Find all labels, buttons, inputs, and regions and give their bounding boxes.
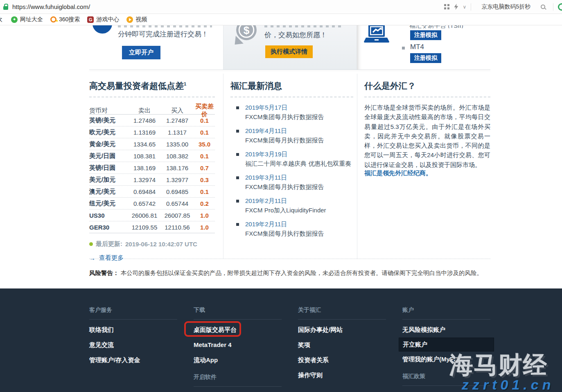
footer-col-about: 关于福汇 国际办事处/网站 奖项 投资者关系 操作守则: [298, 288, 386, 384]
risk-label: 风险警告：: [89, 270, 119, 276]
last-update-value: 2019-06-12 10:42:07 UTC: [125, 241, 197, 248]
register-demo-button[interactable]: 注册模拟: [410, 30, 441, 40]
footer-heading: 关于福汇: [298, 306, 386, 320]
toolbar-right: ∨ 京东电脑数码5折秒: [444, 3, 562, 11]
table-row: GER3012109.5512110.561.0: [89, 221, 215, 233]
news-date-link[interactable]: 2019年5月17日: [245, 104, 353, 112]
what-is-forex-section: 什么是外汇？ 外汇市场是全球货币买卖的场所。外汇市场是全球最庞大及流动性最高的市…: [364, 74, 490, 177]
laptop-chart-icon: [363, 25, 390, 44]
search-icon[interactable]: [541, 5, 545, 9]
apps-grid-icon[interactable]: [444, 4, 449, 9]
header-buy: 买入: [160, 107, 194, 115]
bookmark-video[interactable]: 视频: [126, 16, 147, 23]
table-row: 纽元/美元0.657420.657440.2: [89, 198, 215, 210]
url-text[interactable]: https://www.fuhuiglobal.com/: [12, 3, 90, 10]
news-text: FXCM Pro加入LiquidityFinder: [245, 207, 353, 214]
bookmark-label: 网址大全: [20, 16, 43, 23]
dashed-divider: [230, 97, 353, 97]
nav-site-icon: ✦: [11, 16, 18, 23]
hero-bottom-border: [89, 70, 490, 70]
content-columns: 高交易量投资者超低点差1 货币对 卖出 买入 买卖差价 英镑/美元1.27486…: [89, 74, 490, 259]
news-item: 2019年4月11日 FXCM集团每月执行数据报告: [230, 127, 353, 144]
news-text: FXCM集团每月执行数据报告: [245, 137, 353, 144]
forex-body: 外汇市场是全球货币买卖的场所。外汇市场是全球最庞大及流动性最高的市场，平均每日交…: [364, 103, 490, 169]
register-demo-button-mt4[interactable]: 注册模拟: [410, 53, 441, 63]
bookmark-label: 360搜索: [59, 16, 80, 23]
table-row: 黄金/美元1334.651335.0035.0: [89, 138, 215, 150]
spreads-title-footnote: 1: [184, 81, 186, 86]
footer-link-awards[interactable]: 奖项: [298, 341, 386, 349]
footer-link-feedback[interactable]: 意见交流: [89, 341, 177, 349]
column-divider: [357, 74, 357, 259]
news-item: 2019年5月17日 FXCM集团每月执行数据报告: [230, 104, 353, 121]
news-item: 2019年2月11日 FXCM集团每月执行数据报告: [230, 221, 353, 238]
forex-title: 什么是外汇？: [364, 80, 490, 92]
news-item: 2019年2月11日 FXCM Pro加入LiquidityFinder: [230, 197, 353, 214]
dashed-divider: [89, 97, 215, 97]
footer-link-investor-relations[interactable]: 投资者关系: [298, 356, 386, 364]
footer-link-manage-deposit[interactable]: 管理账户/存入资金: [89, 356, 177, 364]
mt4-label[interactable]: MT4: [410, 43, 424, 51]
hero-card-platforms: 福汇交易平台 (TSII) 注册模拟 MT4 注册模拟: [357, 25, 490, 70]
video-icon: [126, 16, 133, 23]
footer-link-contact[interactable]: 联络我们: [89, 326, 177, 333]
hero-card2-text: 价，交易如您所愿！: [264, 30, 327, 40]
news-date-link[interactable]: 2019年3月11日: [245, 174, 353, 182]
header-sell: 卖出: [129, 107, 160, 115]
bookmark-label: 游戏中心: [96, 16, 119, 23]
bullet-square: [236, 153, 239, 156]
execution-details-button[interactable]: 执行模式详情: [265, 45, 313, 58]
column-divider: [223, 74, 223, 259]
divider: [553, 3, 553, 11]
risk-warning: 风险警告： 本公司的服务包括以保证金买卖的产品，附带损失超过阁下存入资金的风险，…: [89, 269, 490, 277]
header-pair: 货币对: [89, 107, 129, 115]
spreads-section: 高交易量投资者超低点差1 货币对 卖出 买入 买卖差价 英镑/美元1.27486…: [89, 74, 215, 262]
bookmark-label: 视频: [135, 16, 147, 23]
view-more-label: 查看更多: [99, 254, 124, 262]
bookmark-game-center[interactable]: G 游戏中心: [87, 16, 119, 23]
profile-icon[interactable]: [558, 3, 562, 11]
bullet-square: [236, 223, 239, 226]
table-row: 澳元/美元0.694840.694850.1: [89, 186, 215, 198]
news-item: 2019年3月11日 FXCM集团每月执行数据报告: [230, 174, 353, 191]
footer-link-desktop-platform[interactable]: 桌面版交易平台: [194, 326, 282, 333]
hero-cards: 分钟即可完成注册进行交易！ 立即开户 $ 价，交易如您所愿！ 执行模式详情: [89, 25, 490, 70]
footer-col-customer-service: 客户服务 联络我们 意见交流 管理账户/存入资金: [89, 288, 177, 369]
footer-col-download: 下载 桌面版交易平台 MetaTrader 4 流动App 开启软件 网络版交易…: [194, 288, 282, 392]
search360-icon: [50, 16, 56, 23]
footer-link-mobile-app[interactable]: 流动App: [194, 356, 282, 364]
footer-heading: 下载: [194, 306, 282, 320]
footer-link-code-of-conduct[interactable]: 操作守则: [298, 372, 386, 379]
svg-text:$: $: [244, 25, 250, 36]
bullet-square: [236, 176, 239, 179]
news-item: 2019年3月19日 福汇二十周年卓越庆典 优惠礼包双重奏: [230, 151, 353, 168]
news-date-link[interactable]: 2019年4月11日: [245, 127, 353, 135]
address-bar: https://www.fuhuiglobal.com/ ∨ 京东电脑数码5折秒: [0, 0, 562, 14]
news-text: FXCM集团每月执行数据报告: [245, 113, 353, 121]
news-title: 福汇最新消息: [230, 80, 353, 92]
news-text: FXCM集团每月执行数据报告: [245, 183, 353, 191]
news-date-link[interactable]: 2019年2月11日: [245, 221, 353, 228]
forex-broker-link[interactable]: 福汇是领先外汇经纪商。: [364, 169, 490, 177]
spreads-table: 货币对 卖出 买入 买卖差价 英镑/美元1.274861.274870.1 欧元…: [89, 103, 215, 233]
header-spread: 买卖差价: [194, 103, 215, 118]
footer-link-metatrader4[interactable]: MetaTrader 4: [194, 341, 282, 349]
divider: [471, 3, 471, 11]
speed-icon[interactable]: [454, 4, 458, 10]
view-more-link[interactable]: → 查看更多: [89, 254, 215, 262]
bookmark-nav[interactable]: ✦ 网址大全: [11, 16, 43, 23]
hero-card-open-account: 分钟即可完成注册进行交易！ 立即开户: [89, 25, 223, 70]
footer-link-demo-account[interactable]: 无风险模拟账户: [402, 326, 490, 333]
table-row: 美元/加元1.329741.329770.3: [89, 174, 215, 186]
bullet-square: [402, 47, 405, 50]
bookmark-clipped[interactable]: 欢: [0, 16, 4, 23]
clipped-text-strip: [264, 25, 342, 27]
toolbar-search-input[interactable]: 京东电脑数码5折秒: [476, 3, 536, 11]
news-date-link[interactable]: 2019年3月19日: [245, 151, 353, 158]
footer-link-offices[interactable]: 国际办事处/网站: [298, 326, 386, 333]
open-account-button[interactable]: 立即开户: [122, 46, 160, 59]
news-date-link[interactable]: 2019年2月11日: [245, 197, 353, 205]
chevron-down-icon[interactable]: ∨: [463, 4, 466, 10]
bookmark-360search[interactable]: 360搜索: [50, 16, 80, 23]
bookmarks-bar: 欢 ✦ 网址大全 360搜索 G 游戏中心 视频: [0, 14, 562, 25]
